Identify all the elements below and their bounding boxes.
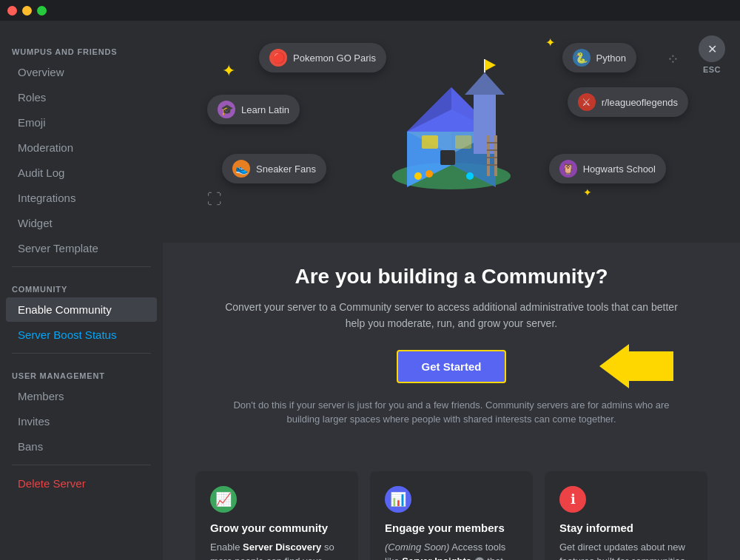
sidebar-item-widget[interactable]: Widget (6, 211, 157, 235)
grow-community-title: Grow your community (210, 522, 343, 534)
sidebar-item-overview[interactable]: Overview (6, 60, 157, 84)
bubble-sneaker-label: Sneaker Fans (256, 163, 316, 175)
engage-members-description: (Coming Soon) Access tools like Server I… (385, 540, 518, 560)
bubble-learn-latin: 🎓 Learn Latin (207, 95, 300, 124)
sidebar-item-roles[interactable]: Roles (6, 85, 157, 109)
bubble-hogwarts-label: Hogwarts School (583, 163, 656, 175)
house-illustration (385, 28, 518, 191)
sidebar-item-delete-server[interactable]: Delete Server (6, 471, 157, 496)
sidebar-divider-3 (12, 465, 151, 465)
bubble-python: 🐍 Python (562, 43, 636, 72)
get-started-button[interactable]: Get Started (397, 350, 507, 383)
bubble-league-icon: ⚔ (578, 93, 596, 111)
expand-icon: ⛶ (207, 191, 222, 208)
svg-rect-6 (474, 95, 496, 154)
feature-card-engage: 📊 Engage your members (Coming Soon) Acce… (370, 471, 533, 560)
server-insights-label: Server Insights (402, 556, 471, 560)
server-discovery-label: Server Discovery (243, 542, 321, 553)
content-area: Are you building a Community? Convert yo… (163, 243, 740, 471)
svg-point-20 (426, 170, 433, 178)
svg-rect-18 (440, 150, 455, 165)
maximize-button[interactable] (37, 6, 47, 16)
stay-informed-title: Stay informed (559, 522, 693, 534)
section-label-wumpus: WUMPUS AND FRIENDS (0, 36, 163, 59)
svg-point-21 (466, 172, 474, 180)
sidebar-item-server-template[interactable]: Server Template (6, 236, 157, 260)
esc-label: ESC (703, 65, 721, 74)
section-label-community: COMMUNITY (0, 273, 163, 297)
section-label-user-management: USER MANAGEMENT (0, 360, 163, 383)
esc-button[interactable]: ✕ ESC (699, 36, 725, 74)
bubble-pokemon-icon: 🔴 (269, 49, 287, 67)
bubble-hogwarts: 🦉 Hogwarts School (549, 154, 666, 183)
svg-marker-7 (465, 72, 505, 95)
bubble-league-label: r/leagueoflegends (602, 97, 678, 108)
svg-rect-10 (487, 135, 490, 176)
svg-rect-17 (455, 135, 471, 149)
svg-marker-9 (485, 59, 496, 71)
feature-card-informed: ℹ Stay informed Get direct updates about… (545, 471, 707, 560)
server-insights-info-icon[interactable]: ⓘ (474, 557, 485, 560)
close-button[interactable] (7, 6, 17, 16)
sidebar-item-server-boost-status[interactable]: Server Boost Status (6, 323, 157, 347)
engage-members-title: Engage your members (385, 522, 518, 534)
sidebar-item-integrations[interactable]: Integrations (6, 186, 157, 210)
sidebar-item-invites[interactable]: Invites (6, 409, 157, 434)
bubble-python-icon: 🐍 (573, 49, 591, 67)
svg-rect-16 (422, 135, 438, 149)
main-title: Are you building a Community? (207, 265, 696, 289)
stay-informed-icon: ℹ (559, 486, 586, 513)
feature-cards: 📈 Grow your community Enable Server Disc… (163, 471, 740, 560)
bubble-learn-latin-icon: 🎓 (218, 101, 235, 118)
stay-informed-description: Get direct updates about new features bu… (559, 540, 693, 560)
svg-marker-22 (599, 344, 673, 388)
star-decoration-1: ✦ (222, 61, 235, 81)
sidebar-item-bans[interactable]: Bans (6, 434, 157, 459)
esc-circle-icon: ✕ (699, 36, 725, 62)
bubble-learn-latin-label: Learn Latin (241, 104, 289, 115)
engage-members-icon: 📊 (385, 486, 411, 513)
bubble-pokemon: 🔴 Pokemon GO Paris (259, 43, 386, 72)
hero-area: ✦ ✦ ✦ ⁘ ⛶ 🔴 Pokemon GO Paris 🐍 Python 🎓 … (163, 21, 740, 243)
coming-soon-label: (Coming Soon) (385, 542, 449, 553)
app-layout: WUMPUS AND FRIENDS Overview Roles Emoji … (0, 21, 740, 560)
feature-card-grow: 📈 Grow your community Enable Server Disc… (195, 471, 358, 560)
svg-point-19 (414, 172, 422, 180)
sidebar-item-moderation[interactable]: Moderation (6, 135, 157, 160)
bubble-hogwarts-icon: 🦉 (559, 160, 577, 178)
sidebar-divider-2 (12, 353, 151, 354)
sidebar-item-enable-community[interactable]: Enable Community (6, 297, 157, 322)
sidebar-divider-1 (12, 266, 151, 267)
sidebar: WUMPUS AND FRIENDS Overview Roles Emoji … (0, 21, 163, 560)
bubble-sneaker-icon: 👟 (232, 160, 250, 178)
star-decoration-2: ✦ (545, 36, 555, 50)
grow-community-description: Enable Server Discovery so more people c… (210, 540, 343, 560)
grow-community-icon: 📈 (210, 486, 237, 513)
dots-decoration: ⁘ (667, 50, 681, 68)
bubble-pokemon-label: Pokemon GO Paris (293, 53, 376, 64)
sidebar-item-audit-log[interactable]: Audit Log (6, 161, 157, 185)
bubble-sneaker: 👟 Sneaker Fans (222, 154, 326, 183)
window-chrome (0, 0, 740, 21)
bubble-league: ⚔ r/leagueoflegends (568, 87, 688, 117)
sidebar-item-members[interactable]: Members (6, 384, 157, 408)
svg-rect-11 (494, 135, 497, 176)
sidebar-item-emoji[interactable]: Emoji (6, 110, 157, 135)
bubble-python-label: Python (596, 53, 626, 64)
notice-text: Don't do this if your server is just for… (229, 398, 673, 427)
get-started-area: Get Started (207, 350, 696, 383)
star-decoration-3: ✦ (583, 186, 592, 198)
arrow-annotation (570, 344, 673, 388)
minimize-button[interactable] (22, 6, 32, 16)
main-content: ✕ ESC ✦ ✦ ✦ ⁘ ⛶ 🔴 Pokemon GO Paris 🐍 Pyt… (163, 21, 740, 560)
main-description: Convert your server to a Community serve… (222, 299, 681, 332)
